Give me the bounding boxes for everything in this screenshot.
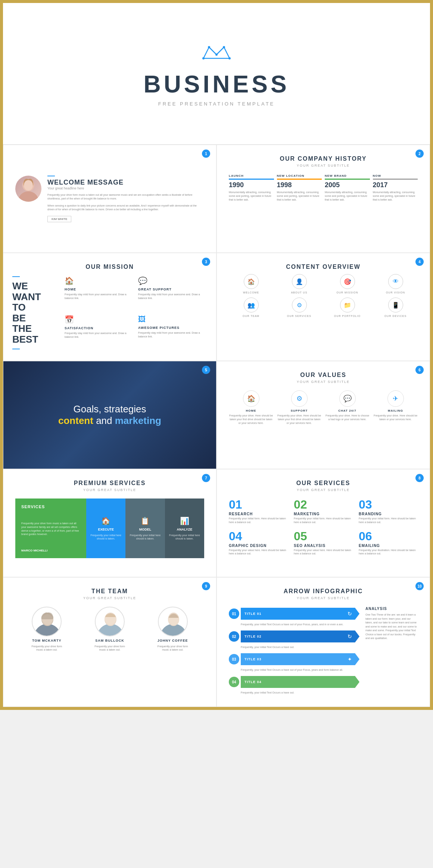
overview-services-icon: ⚙ [292, 298, 307, 312]
team-slide: 9 THE TEAM YOUR GREAT SUBTITLE TOM MCKAR… [3, 577, 216, 707]
welcome-name-tag: KIM WHITE [47, 216, 71, 222]
our-service-0: 01 RESEARCH Frequently your initial form… [229, 499, 288, 524]
milestone-text-3: Monumentally attracting, consuming some … [373, 191, 418, 201]
service-title-5: EMAILING [359, 544, 418, 548]
arrow-text-0: Frequently, your initial Text Occurs a h… [241, 623, 359, 626]
arrow-analysis: ANALYSIS One Two Three of the are: we an… [365, 607, 418, 641]
mission-item-text-1: Frequently stay mild from your awesome a… [138, 293, 207, 300]
value-text-3: Frequently your drive. Here should be ta… [373, 414, 418, 421]
welcome-tag: Your great headline here [47, 186, 204, 190]
history-slide: 2 OUR COMPANY HISTORY YOUR GREAT SUBTITL… [216, 145, 430, 253]
service-num-3: 04 [229, 530, 288, 542]
overview-item-5: ⚙ OUR SERVICES [277, 298, 321, 317]
goals-highlight-yellow: content [58, 415, 93, 426]
services-col-title-1: Model [139, 528, 152, 531]
arrow-row-0: 01 TITLE 01 ↻ [229, 607, 359, 621]
timeline-item-0: LAUNCH 1990 Monumentally attracting, con… [229, 174, 274, 201]
team-member-0: TOM MCKARTY Frequently your drive form m… [28, 607, 65, 651]
svg-point-6 [18, 191, 39, 202]
hero-subtitle: FREE PRESENTATION TEMPLATE [158, 101, 275, 107]
arrow-body-2: TITLE 03 ✦ [241, 653, 359, 665]
value-item-3: ✈ MAILING Frequently your drive. Here sh… [373, 390, 418, 425]
slide-number-2: 2 [415, 150, 424, 158]
crown-icon [202, 41, 231, 63]
team-title: THE TEAM [15, 588, 204, 595]
execute-icon: 🏠 [101, 516, 110, 525]
arrow-num-1: 02 [229, 631, 239, 642]
service-num-0: 01 [229, 499, 288, 510]
mission-item-title-3: AWESOME PICTURES [138, 326, 207, 330]
milestone-year-1: 1998 [277, 181, 322, 189]
svg-point-3 [228, 57, 231, 60]
milestone-year-3: 2017 [373, 181, 418, 189]
value-mail-icon: ✈ [387, 390, 404, 407]
history-subtitle: YOUR GREAT SUBTITLE [229, 164, 418, 167]
overview-portfolio-icon: 📁 [340, 298, 355, 312]
overview-item-7: 📱 OUR DEVICES [373, 298, 418, 317]
value-text-1: Frequently your drive. Here should be ta… [277, 414, 321, 425]
overview-label-1: ABOUT US [291, 291, 308, 294]
service-num-4: 05 [294, 530, 353, 542]
timeline-item-1: NEW LOCATION 1998 Monumentally attractin… [277, 174, 322, 201]
our-services-grid: 01 RESEARCH Frequently your initial form… [229, 499, 418, 556]
arrow-chevron-2: ✦ [348, 656, 352, 662]
welcome-text-block: WELCOME MESSAGE Your great headline here… [47, 176, 204, 222]
team-name-0: TOM MCKARTY [32, 639, 61, 642]
overview-devices-icon: 📱 [388, 298, 403, 312]
arrows-container: 01 TITLE 01 ↻ Frequently, your initial T… [229, 607, 359, 696]
mission-item-title-1: GREAT SUPPORT [138, 287, 207, 291]
milestone-text-0: Monumentally attracting, consuming some … [229, 191, 274, 201]
arrow-row-2: 03 TITLE 03 ✦ [229, 652, 359, 666]
team-avatar-1 [95, 607, 125, 636]
overview-label-6: OUR PORTFOLIO [334, 315, 361, 317]
arrow-num-0: 01 [229, 608, 239, 619]
arrow-row-3: 04 TITLE 04 [229, 675, 359, 689]
overview-item-0: 🏠 WELCOME [229, 274, 273, 294]
premium-services-title: PREMIUM SERVICES [15, 480, 204, 487]
overview-item-2: 🎯 OUR MISSION [325, 274, 370, 294]
milestone-year-0: 1990 [229, 181, 274, 189]
mission-accent-bot [12, 349, 20, 349]
svg-point-4 [208, 46, 210, 48]
analysis-title: ANALYSIS [365, 607, 418, 611]
content-overview-grid: 🏠 WELCOME 👤 ABOUT US 🎯 OUR MISSION 👁 OUR… [229, 274, 418, 317]
goals-text1: Goals, strategies [73, 403, 146, 415]
service-title-4: SEO ANALYSIS [294, 544, 353, 548]
welcome-accent-bar [47, 176, 55, 176]
team-avatar-0 [32, 607, 62, 636]
milestone-text-2: Monumentally attracting, consuming some … [325, 191, 370, 201]
our-service-5: 06 EMAILING Frequently your illustration… [359, 530, 418, 556]
services-col-title-2: Analyze [177, 528, 192, 531]
support-icon: 💬 [138, 276, 207, 285]
avatar [15, 176, 41, 202]
goals-connector: and [96, 415, 115, 426]
team-text-2: Frequently your drive form music a taken… [154, 645, 191, 651]
milestone-bar-3 [373, 179, 418, 180]
services-col-text-2: Frequently your initial here should is t… [165, 534, 204, 540]
services-green-text: Frequently your drive form music a taken… [21, 522, 80, 536]
our-services-subtitle: YOUR GREAT SUBTITLE [229, 488, 418, 492]
overview-about-icon: 👤 [292, 274, 307, 289]
value-support-icon: ⚙ [291, 390, 308, 407]
team-grid: TOM MCKARTY Frequently your drive form m… [15, 607, 204, 651]
arrow-subtitle: YOUR GREAT SUBTITLE [229, 596, 418, 600]
arrow-chevron-0: ↻ [348, 611, 352, 617]
services-col-2: 📊 Analyze Frequently your initial here s… [165, 499, 204, 558]
overview-home-icon: 🏠 [244, 274, 259, 289]
services-col-text-0: Frequently your initial here should is t… [86, 534, 125, 540]
goals-main-text: Goals, strategies content and marketing [58, 403, 161, 427]
service-num-2: 03 [359, 499, 418, 510]
mission-accent-top [12, 276, 20, 277]
team-member-1: SAM BULLOCK Frequently your drive form m… [91, 607, 128, 651]
timeline-item-2: NEW BRAND 2005 Monumentally attracting, … [325, 174, 370, 201]
analyze-icon: 📊 [180, 516, 189, 525]
services-green-name: MARCO MICHELLI [21, 549, 80, 552]
service-title-2: BRANDING [359, 512, 418, 516]
mission-item-title-2: SATISFACTION [65, 326, 134, 330]
team-name-1: SAM BULLOCK [95, 639, 124, 642]
value-text-2: Frequently your drive. Here to choose a … [325, 414, 370, 421]
timeline: LAUNCH 1990 Monumentally attracting, con… [229, 174, 418, 201]
values-slide: 6 OUR VALUES YOUR GREAT SUBTITLE 🏠 HOME … [216, 361, 430, 469]
welcome-body-2: When sensing a question to daily link yo… [47, 204, 204, 212]
welcome-body-1: Frequently your drive form music a taken… [47, 193, 204, 201]
